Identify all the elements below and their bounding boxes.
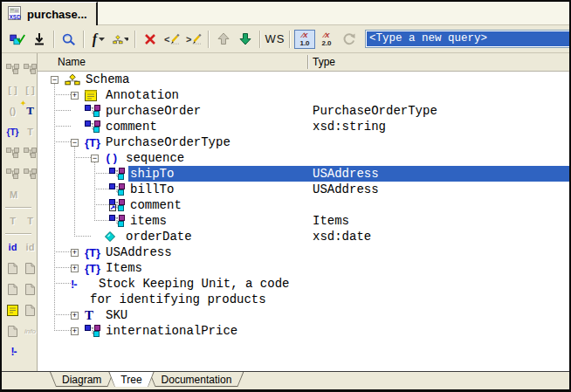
document-e-icon[interactable]	[24, 303, 37, 318]
ws-button[interactable]: WS	[265, 30, 286, 49]
tree-row-comment[interactable]: comment	[38, 197, 569, 213]
identity-constraint-icon[interactable]: id	[6, 240, 19, 255]
toolbar-separator	[259, 31, 261, 48]
view-tab-documentation[interactable]: Documentation	[149, 372, 244, 387]
expand-toggle-expand[interactable]: +	[71, 249, 79, 257]
substitute-type-icon[interactable]: T	[24, 214, 37, 229]
expand-toggle-expand[interactable]: +	[71, 265, 79, 272]
toolbar-button-label: 2.0	[321, 39, 331, 47]
tree-connector-stub	[54, 94, 71, 95]
delete-button[interactable]	[140, 30, 161, 49]
tree-row-purchaseorder[interactable]: purchaseOrderPurchaseOrderType	[38, 103, 569, 119]
tree-connector-stub	[74, 157, 91, 158]
edit-attribute-icon[interactable]	[24, 167, 37, 182]
refresh-query-button[interactable]	[338, 30, 359, 49]
expand-toggle-expand[interactable]: +	[71, 92, 79, 100]
tree-row-stock-keeping-unit-a-code[interactable]: !-Stock Keeping Unit, a code	[38, 276, 569, 292]
expand-toggle-expand[interactable]: +	[71, 312, 79, 320]
tree-row-purchaseordertype[interactable]: −{T}PurchaseOrderType	[38, 134, 569, 150]
expand-toggle-collapse[interactable]: −	[71, 139, 79, 147]
view-tab-tree[interactable]: Tree	[108, 372, 154, 387]
toolbar-separator	[289, 31, 291, 48]
sidebar-row: TT	[2, 210, 37, 231]
edit-previous-button[interactable]: <	[162, 30, 182, 49]
move-up-button[interactable]	[213, 30, 234, 49]
new-simple-type-icon[interactable]: ✦T	[24, 104, 37, 119]
expand-toggle-collapse[interactable]: −	[91, 155, 99, 162]
xslt-1-0-button[interactable]: ∕X1.0	[294, 30, 315, 49]
tree-connector-stub	[74, 236, 91, 237]
tree-connector-stub	[54, 126, 71, 127]
key-reference-icon[interactable]: id	[24, 240, 37, 255]
document-d-icon[interactable]	[24, 282, 37, 297]
element-icon	[109, 168, 125, 180]
simple-type-icon: T	[85, 308, 100, 323]
info-icon[interactable]: info	[24, 324, 37, 339]
tree-row-internationalprice[interactable]: +internationalPrice	[38, 323, 569, 339]
tree-row-for-identifying-products[interactable]: for identifying products	[38, 292, 569, 307]
expand-toggle-expand[interactable]: +	[71, 327, 79, 335]
tree-row-usaddress[interactable]: +{T}USAddress	[38, 244, 569, 260]
document-a-icon[interactable]	[6, 261, 19, 276]
tree-row-items[interactable]: +{T}Items	[38, 260, 569, 276]
add-attribute-icon[interactable]	[24, 146, 37, 161]
tree-row-sku[interactable]: +TSKU	[38, 307, 569, 323]
tree-node-name: USAddress	[106, 245, 172, 259]
sidebar-row: !-	[2, 341, 37, 362]
schema-design-menu-button[interactable]	[110, 30, 131, 49]
insert-element-icon[interactable]	[6, 62, 19, 77]
tree-node-name: Stock Keeping Unit, a code	[99, 277, 289, 291]
new-complex-type-icon[interactable]: {T}	[6, 125, 19, 140]
tree-connector-stub	[94, 189, 109, 189]
column-divider[interactable]	[307, 55, 308, 69]
move-down-button[interactable]	[235, 30, 256, 49]
annotation-note-icon[interactable]	[6, 303, 19, 318]
sidebar-row	[2, 142, 37, 163]
model-group-icon[interactable]: M	[6, 188, 21, 203]
sidebar-row: {T}T	[2, 121, 37, 142]
append-element-icon[interactable]	[24, 62, 37, 77]
tree-row-billto[interactable]: billToUSAddress	[38, 182, 569, 197]
tab-strip-filler	[98, 2, 569, 25]
toolbar-button-label: 1.0	[299, 39, 309, 47]
annotation-data-icon[interactable]: !-	[6, 345, 21, 360]
tree-connector-stub	[54, 283, 71, 284]
sidebar-row	[2, 163, 37, 184]
edit-element-icon[interactable]	[6, 167, 19, 182]
tree-row-orderdate[interactable]: orderDatexsd:date	[38, 229, 569, 244]
tree-row-items[interactable]: itemsItems	[38, 213, 569, 229]
element-icon	[85, 120, 100, 133]
insert-group-icon[interactable]: [ ]	[6, 83, 19, 98]
tree-row-annotation[interactable]: +Annotation	[38, 87, 569, 103]
edit-next-button[interactable]: >	[183, 30, 204, 49]
rename-type-icon[interactable]: T	[6, 214, 19, 229]
save-generated-button[interactable]	[29, 30, 50, 49]
toolbar-separator	[134, 31, 136, 48]
document-c-icon[interactable]	[6, 282, 19, 297]
tree-row-shipto[interactable]: shipToUSAddress	[38, 166, 569, 182]
element-icon	[109, 183, 125, 196]
append-group-icon[interactable]: [ ]	[24, 83, 37, 98]
tree-row-schema[interactable]: −Schema	[38, 72, 569, 87]
document-f-icon[interactable]	[6, 324, 19, 339]
document-b-icon[interactable]	[24, 261, 37, 276]
tree-connector-stub	[54, 110, 71, 111]
add-child-element-icon[interactable]	[6, 146, 19, 161]
tree-node-name: items	[130, 214, 167, 228]
view-tab-diagram[interactable]: Diagram	[50, 372, 114, 387]
sequence-icon: ()	[105, 152, 120, 165]
expand-toggle-collapse[interactable]: −	[51, 76, 58, 84]
tree-row-sequence[interactable]: −()sequence	[38, 150, 569, 166]
query-combobox[interactable]: <Type a new query>	[365, 30, 571, 48]
complex-type-icon: {T}	[85, 262, 100, 275]
function-menu-button[interactable]: f	[88, 30, 109, 49]
find-in-schema-button[interactable]	[58, 30, 79, 49]
document-tab-purchase[interactable]: XSD purchase...	[2, 2, 98, 25]
derived-type-icon[interactable]: T	[24, 125, 37, 140]
tree-connector-stub	[54, 141, 71, 142]
tree-connector-stub	[54, 251, 71, 252]
validate-schema-button[interactable]	[7, 30, 28, 49]
xslt-2-0-button[interactable]: ∕X2.0	[316, 30, 337, 49]
tree-row-comment[interactable]: commentxsd:string	[38, 119, 569, 134]
insert-sequence-icon[interactable]: ()	[6, 104, 19, 119]
